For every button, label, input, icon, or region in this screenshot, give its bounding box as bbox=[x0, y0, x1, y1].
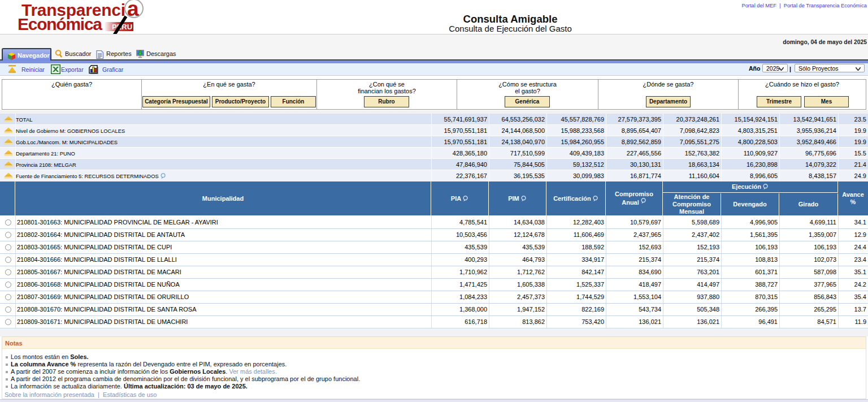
svg-text:a: a bbox=[127, 0, 139, 20]
svg-text:Económica: Económica bbox=[18, 15, 102, 33]
